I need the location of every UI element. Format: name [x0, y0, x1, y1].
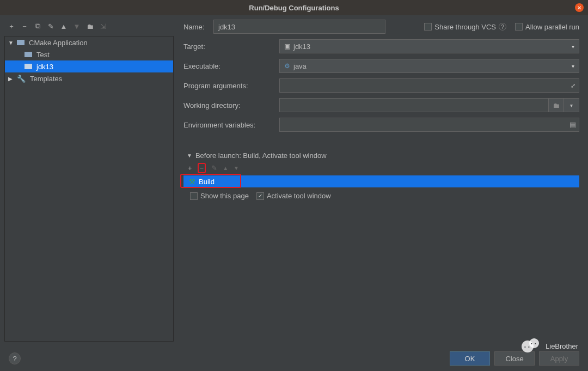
- help-icon[interactable]: ?: [499, 23, 506, 31]
- label-executable: Executable:: [183, 62, 279, 70]
- executable-combo[interactable]: ⚙ java ▾: [279, 59, 579, 73]
- add-icon[interactable]: +: [188, 164, 192, 172]
- close-button[interactable]: Close: [494, 351, 535, 366]
- chevron-down-icon: ▼: [8, 40, 15, 46]
- gear-icon: ⚙: [284, 62, 290, 70]
- move-up-icon[interactable]: ▲: [223, 165, 228, 171]
- cmake-icon: [24, 64, 32, 69]
- expand-icon[interactable]: ⇲: [99, 22, 107, 31]
- add-icon[interactable]: +: [8, 22, 15, 31]
- tree-item-test[interactable]: Test: [5, 48, 173, 60]
- remove-icon[interactable]: −: [21, 22, 28, 31]
- chevron-down-icon: ▾: [572, 63, 574, 69]
- tree-group-label: Templates: [30, 75, 62, 83]
- checkbox-icon: [190, 192, 198, 200]
- row-env: Environment variables: ▤: [183, 118, 579, 132]
- list-icon[interactable]: ▤: [569, 120, 576, 129]
- titlebar: Run/Debug Configurations ✕: [0, 0, 588, 15]
- dialog-body: + − ⧉ ✎ ▲ ▼ 🖿 ⇲ ▼ CMake Application Test…: [0, 15, 588, 346]
- top-options: Share through VCS ? Allow parallel run: [424, 23, 579, 31]
- edit-icon[interactable]: ✎: [211, 164, 217, 172]
- wrench-icon: 🔧: [17, 75, 26, 83]
- chevron-down-icon: ▾: [570, 102, 573, 108]
- tree-group-label: CMake Application: [29, 39, 88, 47]
- working-dir-input[interactable]: [279, 98, 549, 112]
- label-program-args: Program arguments:: [183, 82, 279, 90]
- row-target: Target: ▣ jdk13 ▾: [183, 39, 579, 53]
- chevron-down-icon: ▼: [187, 153, 192, 159]
- hammer-icon: ⚒: [189, 178, 195, 186]
- target-combo[interactable]: ▣ jdk13 ▾: [279, 39, 579, 53]
- remove-icon[interactable]: −: [200, 164, 204, 172]
- expand-icon[interactable]: ⤢: [571, 82, 575, 89]
- window-close-button[interactable]: ✕: [575, 3, 584, 12]
- tree-item-label: Test: [36, 51, 50, 59]
- tree-group-templates[interactable]: ▶ 🔧 Templates: [5, 72, 173, 84]
- move-up-icon[interactable]: ▲: [60, 22, 68, 31]
- row-program-args: Program arguments: ⤢: [183, 78, 579, 93]
- help-button[interactable]: ?: [9, 352, 21, 364]
- target-icon: ▣: [284, 42, 290, 50]
- row-executable: Executable: ⚙ java ▾: [183, 59, 579, 73]
- checkbox-icon: [515, 23, 523, 31]
- folder-icon: 🖿: [553, 101, 560, 110]
- cmake-icon: [17, 40, 24, 45]
- label-name: Name:: [183, 23, 213, 31]
- ok-button[interactable]: OK: [450, 351, 490, 366]
- sidebar: + − ⧉ ✎ ▲ ▼ 🖿 ⇲ ▼ CMake Application Test…: [0, 15, 178, 346]
- name-input[interactable]: jdk13: [213, 20, 385, 34]
- row-name: Name: jdk13 Share through VCS ? Allow pa…: [183, 20, 579, 34]
- activate-window-checkbox[interactable]: Activate tool window: [256, 192, 331, 200]
- tree-item-jdk13[interactable]: jdk13: [5, 60, 173, 72]
- highlight-remove: −: [198, 163, 206, 173]
- config-tree[interactable]: ▼ CMake Application Test jdk13 ▶ 🔧 Templ…: [4, 36, 174, 342]
- move-down-icon[interactable]: ▼: [73, 22, 81, 31]
- before-launch-task-build[interactable]: ⚒ Build: [183, 175, 579, 187]
- program-args-input[interactable]: ⤢: [279, 78, 579, 93]
- checkbox-icon: [256, 192, 264, 200]
- before-launch-toolbar: + − ✎ ▲ ▼: [183, 160, 579, 175]
- window-title: Run/Debug Configurations: [249, 4, 339, 12]
- chevron-down-icon: ▾: [572, 44, 574, 50]
- browse-button[interactable]: 🖿: [549, 98, 564, 112]
- folder-icon[interactable]: 🖿: [86, 22, 94, 31]
- chevron-right-icon: ▶: [8, 76, 15, 82]
- macro-button[interactable]: ▾: [564, 98, 579, 112]
- cmake-icon: [24, 52, 32, 57]
- label-env: Environment variables:: [183, 121, 279, 129]
- label-target: Target:: [183, 42, 279, 51]
- label-working-dir: Working directory:: [183, 101, 279, 110]
- env-input[interactable]: [279, 118, 579, 132]
- checkbox-icon: [424, 23, 432, 31]
- tree-group-cmake[interactable]: ▼ CMake Application: [5, 37, 173, 48]
- parallel-checkbox[interactable]: Allow parallel run: [515, 23, 579, 31]
- form-panel: Name: jdk13 Share through VCS ? Allow pa…: [178, 15, 588, 346]
- footer: ? OK Close Apply: [0, 346, 588, 371]
- edit-icon[interactable]: ✎: [47, 22, 54, 31]
- row-working-dir: Working directory: 🖿 ▾: [183, 98, 579, 112]
- share-vcs-checkbox[interactable]: Share through VCS ?: [424, 23, 506, 31]
- before-launch-options: Show this page Activate tool window: [183, 187, 579, 200]
- copy-icon[interactable]: ⧉: [34, 22, 41, 31]
- before-launch-header[interactable]: ▼ Before launch: Build, Activate tool wi…: [183, 151, 579, 160]
- apply-button[interactable]: Apply: [539, 351, 579, 366]
- move-down-icon[interactable]: ▼: [234, 165, 239, 171]
- before-launch-section: ▼ Before launch: Build, Activate tool wi…: [183, 151, 579, 200]
- tree-item-label: jdk13: [36, 63, 53, 71]
- show-page-checkbox[interactable]: Show this page: [190, 192, 249, 200]
- sidebar-toolbar: + − ⧉ ✎ ▲ ▼ 🖿 ⇲: [4, 20, 174, 36]
